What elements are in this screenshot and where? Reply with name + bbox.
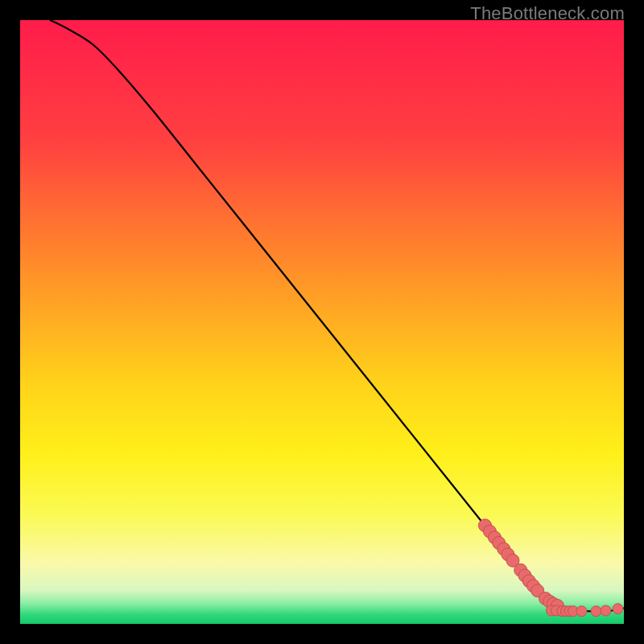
plot-area xyxy=(20,20,624,624)
chart-stage: TheBottleneck.com xyxy=(0,0,644,644)
marker-group xyxy=(479,519,624,617)
points-layer xyxy=(20,20,624,624)
data-point xyxy=(576,606,587,617)
data-point xyxy=(601,605,611,616)
watermark-label: TheBottleneck.com xyxy=(470,3,625,24)
data-point xyxy=(591,606,601,617)
data-point xyxy=(613,604,623,614)
